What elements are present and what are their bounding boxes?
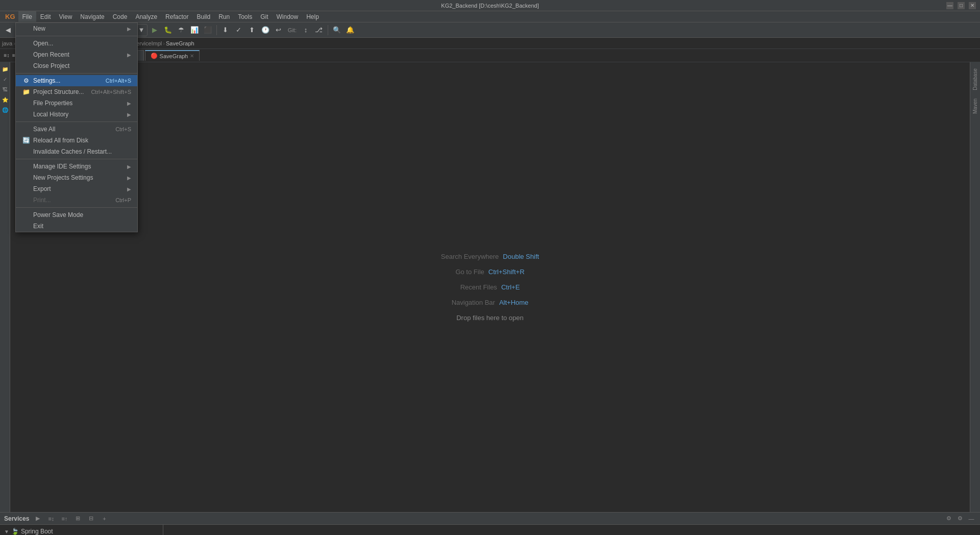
run-button[interactable]: ▶ bbox=[149, 24, 161, 36]
breadcrumb: java › com › itechs › service › Impl › G… bbox=[0, 38, 980, 49]
sidebar-commit-icon[interactable]: ✓ bbox=[1, 75, 10, 84]
services-collapse-button[interactable]: ≡↑ bbox=[60, 514, 69, 523]
git-update-button[interactable]: ⬇ bbox=[219, 24, 232, 36]
menu-reload-disk-text: Reload All from Disk bbox=[33, 137, 88, 144]
menu-open[interactable]: Open... bbox=[16, 38, 137, 49]
menu-manage-ide[interactable]: Manage IDE Settings ▶ bbox=[16, 161, 137, 172]
hint-drop-text: Drop files here to open bbox=[456, 311, 524, 325]
menu-code[interactable]: Code bbox=[109, 11, 132, 22]
file-tab-savegraph[interactable]: 🔴 SaveGraph ✕ bbox=[145, 50, 200, 61]
menu-reload-disk[interactable]: 🔄 Reload All from Disk bbox=[16, 135, 137, 146]
editor-area: Search Everywhere Double Shift Go to Fil… bbox=[10, 62, 970, 512]
menu-export[interactable]: Export ▶ bbox=[16, 183, 137, 194]
menu-manage-ide-arrow: ▶ bbox=[127, 164, 131, 169]
menu-new-projects-settings-text: New Projects Settings bbox=[33, 174, 93, 181]
minimize-button[interactable]: — bbox=[946, 2, 953, 9]
tree-springboot-icon: 🍃 bbox=[11, 528, 19, 535]
menu-open-recent[interactable]: Open Recent ▶ bbox=[16, 49, 137, 60]
toolbar-separator-3 bbox=[216, 25, 217, 35]
menu-settings-text: Settings... bbox=[33, 77, 60, 84]
sidebar-favorites-icon[interactable]: ⭐ bbox=[1, 95, 10, 104]
sidebar-project-icon[interactable]: 📁 bbox=[1, 64, 10, 74]
hint-drop: Drop files here to open bbox=[441, 311, 539, 325]
menu-export-arrow: ▶ bbox=[127, 186, 131, 192]
toolbar: ◀ ⊞ ▶ 🔨 ⟳ 🍃 SpringBootServer ▼ ▶ 🐛 ☂ 📊 ⬛… bbox=[0, 22, 980, 38]
menu-local-history[interactable]: Local History ▶ bbox=[16, 109, 137, 120]
services-add-button[interactable]: + bbox=[100, 514, 109, 523]
menu-power-save-text: Power Save Mode bbox=[33, 211, 83, 218]
menu-run[interactable]: Run bbox=[214, 11, 234, 22]
git-rollback-button[interactable]: ↩ bbox=[273, 24, 285, 36]
menu-file-properties[interactable]: File Properties ▶ bbox=[16, 98, 137, 109]
menu-project-structure[interactable]: 📁 Project Structure... Ctrl+Alt+Shift+S bbox=[16, 86, 137, 98]
run-config-dropdown[interactable]: ▼ bbox=[138, 24, 145, 36]
menu-local-history-text: Local History bbox=[33, 111, 68, 118]
file-tab-savegraph-close[interactable]: ✕ bbox=[190, 53, 194, 59]
profile-button[interactable]: 📊 bbox=[188, 24, 201, 36]
menu-sep-2 bbox=[16, 73, 137, 74]
sidebar-web-icon[interactable]: 🌐 bbox=[1, 105, 10, 114]
git-fetch-button[interactable]: ↕ bbox=[300, 24, 312, 36]
notifications-button[interactable]: 🔔 bbox=[344, 24, 356, 36]
hint-search-key: Double Shift bbox=[503, 250, 539, 263]
menu-project-structure-left: 📁 Project Structure... bbox=[22, 88, 84, 95]
tab-toolbar-format[interactable]: ≡↕ bbox=[2, 51, 11, 60]
menu-new-projects-settings-left: New Projects Settings bbox=[22, 174, 93, 181]
menu-settings[interactable]: ⚙ Settings... Ctrl+Alt+S bbox=[16, 75, 137, 86]
menu-window[interactable]: Window bbox=[273, 11, 303, 22]
services-group-button[interactable]: ⊞ bbox=[73, 514, 82, 523]
services-filter-button[interactable]: ⊟ bbox=[86, 514, 95, 523]
hint-navbar-key: Alt+Home bbox=[499, 296, 528, 309]
bottom-content: ▼ 🍃 Spring Boot ▼ ✓ Not Started 🍃 Backen… bbox=[0, 525, 980, 535]
services-expand-button[interactable]: ≡↕ bbox=[46, 514, 56, 523]
breadcrumb-java[interactable]: java bbox=[2, 40, 12, 46]
menu-git[interactable]: Git bbox=[256, 11, 272, 22]
git-history-button[interactable]: 🕐 bbox=[259, 24, 272, 36]
sidebar-structure-icon[interactable]: 🏗 bbox=[1, 85, 10, 94]
menu-new[interactable]: New ▶ bbox=[16, 23, 137, 34]
menu-exit[interactable]: Exit bbox=[16, 221, 137, 232]
git-branch-button[interactable]: ⎇ bbox=[313, 24, 325, 36]
menu-save-all[interactable]: Save All Ctrl+S bbox=[16, 124, 137, 135]
toolbar-back-button[interactable]: ◀ bbox=[2, 24, 14, 36]
menu-file[interactable]: File bbox=[18, 11, 36, 22]
menu-build[interactable]: Build bbox=[192, 11, 214, 22]
menu-reload-disk-left: 🔄 Reload All from Disk bbox=[22, 137, 88, 144]
menu-local-history-arrow: ▶ bbox=[127, 112, 131, 117]
menu-refactor[interactable]: Refactor bbox=[161, 11, 192, 22]
stop-button[interactable]: ⬛ bbox=[202, 24, 214, 36]
menu-edit[interactable]: Edit bbox=[36, 11, 55, 22]
menu-new-left: New bbox=[22, 25, 45, 32]
menu-print: Print... Ctrl+P bbox=[16, 194, 137, 206]
menu-analyze[interactable]: Analyze bbox=[131, 11, 161, 22]
menu-new-projects-settings[interactable]: New Projects Settings ▶ bbox=[16, 172, 137, 183]
services-close-button[interactable]: — bbox=[967, 514, 976, 523]
services-run-button[interactable]: ▶ bbox=[33, 514, 42, 523]
menu-tools[interactable]: Tools bbox=[234, 11, 256, 22]
right-sidebar-maven[interactable]: Maven bbox=[972, 94, 978, 118]
close-button[interactable]: ✕ bbox=[969, 2, 976, 9]
hint-navbar: Navigation Bar Alt+Home bbox=[441, 296, 539, 309]
menu-invalidate-caches[interactable]: Invalidate Caches / Restart... bbox=[16, 146, 137, 157]
services-settings-button[interactable]: ⚙ bbox=[944, 514, 953, 523]
find-button[interactable]: 🔍 bbox=[331, 24, 343, 36]
menu-navigate[interactable]: Navigate bbox=[76, 11, 108, 22]
hint-goto-text: Go to File bbox=[455, 265, 484, 279]
menu-power-save[interactable]: Power Save Mode bbox=[16, 209, 137, 221]
menu-sep-1 bbox=[16, 36, 137, 36]
hint-recent-text: Recent Files bbox=[460, 281, 497, 294]
git-commit-button[interactable]: ✓ bbox=[233, 24, 245, 36]
menu-view[interactable]: View bbox=[55, 11, 77, 22]
tree-springboot[interactable]: ▼ 🍃 Spring Boot bbox=[0, 527, 163, 535]
right-sidebar: Database Maven bbox=[970, 62, 980, 512]
services-gear-button[interactable]: ⚙ bbox=[955, 514, 965, 523]
git-push-button[interactable]: ⬆ bbox=[246, 24, 258, 36]
maximize-button[interactable]: □ bbox=[958, 2, 965, 9]
menu-close-project[interactable]: Close Project bbox=[16, 60, 137, 71]
debug-button[interactable]: 🐛 bbox=[162, 24, 174, 36]
right-sidebar-database[interactable]: Database bbox=[972, 64, 978, 94]
menu-help[interactable]: Help bbox=[302, 11, 323, 22]
hint-navbar-text: Navigation Bar bbox=[452, 296, 495, 309]
file-menu: New ▶ Open... Open Recent ▶ Close Projec… bbox=[15, 22, 138, 232]
coverage-button[interactable]: ☂ bbox=[175, 24, 187, 36]
